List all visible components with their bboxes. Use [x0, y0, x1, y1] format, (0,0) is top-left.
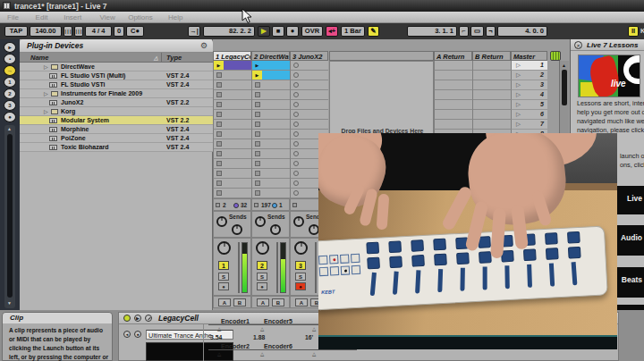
tap-tempo-button[interactable]: TAP	[4, 26, 28, 37]
browser-item-instruments-for-finale-2009[interactable]: ▷Instruments for Finale 2009	[20, 89, 213, 98]
menu-help[interactable]: Help	[168, 13, 182, 21]
scene-row[interactable]: ▷1	[511, 61, 547, 71]
send-a-knob[interactable]	[255, 216, 266, 227]
io-mini-icon[interactable]	[254, 203, 258, 207]
loop-length-field[interactable]: 4. 0. 0	[497, 26, 547, 37]
overdub-button[interactable]: OVR	[301, 26, 323, 37]
browser-item-toxic-biohazard[interactable]: Toxic BiohazardVST 2.4	[20, 143, 213, 152]
stop-slot-icon[interactable]	[255, 171, 260, 176]
clip[interactable]: ▶	[252, 61, 290, 70]
browser-tab-6-icon[interactable]: ●	[4, 112, 16, 122]
solo-button[interactable]: S	[257, 273, 267, 281]
return-clip-slot[interactable]	[472, 61, 511, 71]
scene-launch-icon[interactable]: ▷	[516, 62, 521, 69]
record-slot-icon[interactable]	[293, 122, 299, 127]
return-clip-slot[interactable]	[434, 61, 472, 71]
clip-slot[interactable]	[251, 110, 290, 120]
clip-slot[interactable]	[213, 80, 251, 90]
clip-slot[interactable]	[251, 149, 290, 159]
key-map-button[interactable]: K	[640, 28, 644, 34]
crossfade-b-button[interactable]: B	[272, 298, 284, 306]
scene-row[interactable]: ▷7	[511, 120, 547, 130]
wrench-icon[interactable]	[145, 315, 152, 322]
stop-slot-icon[interactable]	[255, 131, 260, 137]
scene-launch-icon[interactable]: ▷	[516, 71, 521, 79]
param-slider-marker[interactable]: △	[217, 351, 221, 357]
clip-slot[interactable]	[213, 100, 251, 110]
clip-slot[interactable]	[213, 90, 251, 100]
arrangement-position-field[interactable]: 82. 2. 2	[203, 26, 255, 37]
stop-slot-icon[interactable]	[255, 180, 260, 186]
return-track-header-a[interactable]: A Return	[434, 51, 472, 61]
browser-item-fl-studio-vsti[interactable]: FL Studio VSTiVST 2.4	[20, 80, 213, 89]
clip-launch-icon[interactable]: ▶	[252, 71, 262, 80]
stop-slot-icon[interactable]	[216, 122, 222, 127]
record-slot-icon[interactable]	[293, 92, 299, 97]
stop-slot-icon[interactable]	[216, 72, 222, 78]
fader-track[interactable]	[315, 242, 317, 293]
clip-slot[interactable]	[251, 179, 290, 189]
browser-tab-1-icon[interactable]: ▪	[4, 54, 16, 64]
browser-item-korg[interactable]: ▷Korg	[20, 107, 213, 116]
scene-row[interactable]: ▷4	[511, 90, 547, 100]
column-name[interactable]: Name	[30, 54, 48, 62]
scene-row[interactable]: ▷6	[511, 110, 547, 120]
solo-button[interactable]: S	[218, 273, 229, 281]
clip-slot[interactable]	[213, 159, 251, 169]
send-b-knob[interactable]	[270, 224, 281, 235]
clip-slot[interactable]	[290, 120, 328, 130]
quantization-menu[interactable]: 1 Bar	[341, 26, 365, 37]
io-mini-icon[interactable]	[216, 203, 220, 207]
stop-slot-icon[interactable]	[216, 92, 222, 97]
loop-icon[interactable]: ▭	[470, 26, 484, 37]
browser-item-modular-system[interactable]: Modular SystemVST 2.2	[20, 116, 213, 125]
record-slot-icon[interactable]	[293, 63, 299, 68]
scene-launch-icon[interactable]: ▷	[516, 91, 521, 98]
device-play-icon[interactable]: ▶	[134, 315, 141, 322]
clip-slot[interactable]: ▶	[251, 61, 290, 71]
scene-row[interactable]: ▷3	[511, 80, 547, 90]
crossfade-a-button[interactable]: A	[218, 298, 231, 306]
scene-launch-icon[interactable]: ▷	[516, 101, 521, 108]
stop-slot-icon[interactable]	[216, 131, 222, 137]
nudge-down-button[interactable]: | | |	[64, 26, 72, 37]
clip-slot[interactable]	[251, 130, 290, 139]
pan-knob[interactable]	[217, 241, 231, 255]
close-icon[interactable]: ✕	[574, 41, 582, 49]
stop-slot-icon[interactable]	[216, 112, 222, 117]
clip-slot[interactable]	[290, 61, 328, 71]
record-slot-icon[interactable]	[293, 151, 299, 156]
return-clip-slot[interactable]	[472, 80, 511, 90]
stop-slot-icon[interactable]	[255, 92, 260, 97]
clip-slot[interactable]	[251, 80, 290, 90]
video-overlay[interactable]: KEBT	[318, 133, 617, 349]
return-clip-slot[interactable]	[472, 71, 511, 80]
crossfade-a-button[interactable]: A	[257, 298, 269, 306]
scene-launch-icon[interactable]: ▷	[516, 111, 521, 118]
send-a-knob[interactable]	[293, 216, 304, 227]
punch-in-icon[interactable]: ⌐	[459, 26, 469, 37]
clip-slot[interactable]	[213, 179, 251, 189]
arm-button[interactable]: ●	[218, 282, 229, 290]
expander-icon[interactable]: ▷	[44, 63, 48, 70]
fader-track[interactable]	[238, 242, 240, 293]
send-b-knob[interactable]	[232, 224, 242, 235]
device-activator-led[interactable]	[123, 315, 131, 322]
follow-button[interactable]: →|	[188, 26, 200, 37]
clip-slot[interactable]	[213, 130, 251, 139]
scroll-thumb[interactable]	[7, 134, 13, 298]
return-clip-slot[interactable]	[434, 120, 472, 130]
save-preset-button[interactable]: ●	[134, 331, 141, 338]
stop-slot-icon[interactable]	[216, 171, 222, 176]
stop-slot-icon[interactable]	[255, 151, 260, 156]
return-clip-slot[interactable]	[434, 71, 472, 80]
clip[interactable]: ▶	[252, 71, 290, 80]
return-clip-slot[interactable]	[472, 120, 511, 130]
return-clip-slot[interactable]	[472, 110, 511, 120]
lesson-artwork[interactable]: live	[578, 55, 640, 97]
stop-slot-icon[interactable]	[255, 82, 260, 88]
loop-start-field[interactable]: 3. 1. 1	[407, 26, 457, 37]
stop-slot-icon[interactable]	[216, 190, 222, 196]
send-a-knob[interactable]	[216, 216, 227, 227]
groove-field[interactable]: 0	[114, 26, 124, 37]
